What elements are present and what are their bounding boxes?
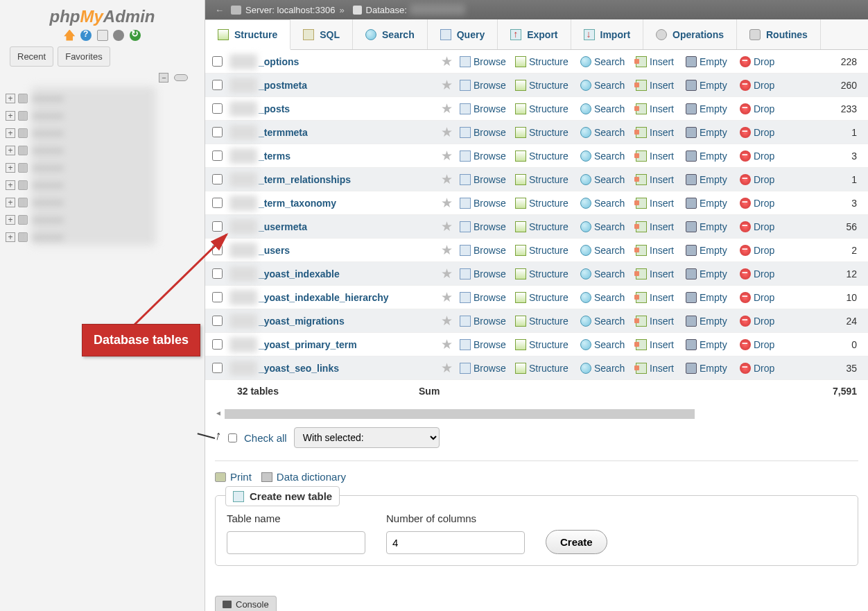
tab-query[interactable]: Query <box>428 19 498 49</box>
insert-link[interactable]: Insert <box>636 363 680 374</box>
search-link[interactable]: Search <box>580 316 630 327</box>
drop-link[interactable]: Drop <box>740 150 781 162</box>
row-checkbox[interactable] <box>212 198 223 208</box>
favorite-star-icon[interactable]: ★ <box>439 242 454 258</box>
table-name-link[interactable]: _postmeta <box>259 80 439 91</box>
browse-link[interactable]: Browse <box>460 127 510 138</box>
database-node-label[interactable]: xxxxxxx <box>32 232 199 242</box>
favorite-star-icon[interactable]: ★ <box>439 101 454 117</box>
favorite-star-icon[interactable]: ★ <box>439 77 454 93</box>
favorite-star-icon[interactable]: ★ <box>439 124 454 140</box>
empty-link[interactable]: Empty <box>686 80 734 91</box>
browse-link[interactable]: Browse <box>460 221 510 232</box>
row-checkbox[interactable] <box>212 80 223 90</box>
row-checkbox[interactable] <box>212 56 223 67</box>
favorite-star-icon[interactable]: ★ <box>439 289 454 305</box>
favorite-star-icon[interactable]: ★ <box>439 336 454 352</box>
database-node-label[interactable]: xxxxxxx <box>32 145 199 155</box>
search-link[interactable]: Search <box>580 150 630 162</box>
structure-link[interactable]: Structure <box>515 103 575 114</box>
table-name-link[interactable]: _termmeta <box>259 127 439 138</box>
num-columns-input[interactable] <box>386 531 525 554</box>
structure-link[interactable]: Structure <box>515 339 575 350</box>
table-name-link[interactable]: _term_taxonomy <box>259 198 439 209</box>
drop-link[interactable]: Drop <box>740 292 781 303</box>
table-name-link[interactable]: _yoast_primary_term <box>259 339 439 350</box>
browse-link[interactable]: Browse <box>460 150 510 162</box>
search-link[interactable]: Search <box>580 56 630 67</box>
with-selected-dropdown[interactable]: With selected: <box>294 427 440 448</box>
empty-link[interactable]: Empty <box>686 316 734 327</box>
row-checkbox[interactable] <box>212 103 223 114</box>
favorite-star-icon[interactable]: ★ <box>439 148 454 164</box>
empty-link[interactable]: Empty <box>686 339 734 350</box>
table-name-link[interactable]: _terms <box>259 150 439 162</box>
tab-search[interactable]: Search <box>353 19 428 49</box>
empty-link[interactable]: Empty <box>686 363 734 374</box>
row-checkbox[interactable] <box>212 150 223 161</box>
structure-link[interactable]: Structure <box>515 221 575 232</box>
print-link[interactable]: Print <box>215 471 252 483</box>
browse-link[interactable]: Browse <box>460 339 510 350</box>
browse-link[interactable]: Browse <box>460 198 510 209</box>
insert-link[interactable]: Insert <box>636 339 680 350</box>
database-node-label[interactable]: xxxxxxx <box>32 214 199 225</box>
tab-structure[interactable]: Structure <box>205 19 290 50</box>
horizontal-scrollbar[interactable]: ◄ <box>215 409 858 419</box>
search-link[interactable]: Search <box>580 292 630 303</box>
structure-link[interactable]: Structure <box>515 150 575 162</box>
drop-link[interactable]: Drop <box>740 198 781 209</box>
drop-link[interactable]: Drop <box>740 268 781 279</box>
database-node-label[interactable]: xxxxxxx <box>32 93 199 103</box>
expand-icon[interactable]: + <box>6 232 15 242</box>
table-name-link[interactable]: _yoast_migrations <box>259 316 439 327</box>
structure-link[interactable]: Structure <box>515 80 575 91</box>
search-link[interactable]: Search <box>580 127 630 138</box>
structure-link[interactable]: Structure <box>515 268 575 279</box>
table-name-link[interactable]: _yoast_indexable_hierarchy <box>259 292 439 303</box>
insert-link[interactable]: Insert <box>636 292 680 303</box>
structure-link[interactable]: Structure <box>515 198 575 209</box>
console-tab[interactable]: Console <box>215 596 277 611</box>
browse-link[interactable]: Browse <box>460 292 510 303</box>
drop-link[interactable]: Drop <box>740 174 781 185</box>
expand-icon[interactable]: + <box>6 94 15 103</box>
tab-import[interactable]: Import <box>571 19 644 49</box>
data-dictionary-link[interactable]: Data dictionary <box>261 471 346 483</box>
breadcrumb-server[interactable]: Server: localhost:3306 <box>245 5 335 15</box>
structure-link[interactable]: Structure <box>515 363 575 374</box>
tab-export[interactable]: Export <box>498 19 571 49</box>
browse-link[interactable]: Browse <box>460 103 510 114</box>
row-checkbox[interactable] <box>212 245 223 255</box>
insert-link[interactable]: Insert <box>636 174 680 185</box>
expand-icon[interactable]: + <box>6 163 15 173</box>
browse-link[interactable]: Browse <box>460 363 510 374</box>
expand-icon[interactable]: + <box>6 146 15 155</box>
browse-link[interactable]: Browse <box>460 245 510 256</box>
favorite-star-icon[interactable]: ★ <box>439 266 454 282</box>
search-link[interactable]: Search <box>580 339 630 350</box>
drop-link[interactable]: Drop <box>740 221 781 232</box>
favorite-star-icon[interactable]: ★ <box>439 53 454 69</box>
insert-link[interactable]: Insert <box>636 80 680 91</box>
create-button[interactable]: Create <box>546 530 607 554</box>
database-node-label[interactable]: xxxxxxx <box>32 180 199 190</box>
table-name-link[interactable]: _usermeta <box>259 221 439 232</box>
empty-link[interactable]: Empty <box>686 292 734 303</box>
database-node-label[interactable]: xxxxxxx <box>32 128 199 138</box>
structure-link[interactable]: Structure <box>515 56 575 67</box>
structure-link[interactable]: Structure <box>515 245 575 256</box>
drop-link[interactable]: Drop <box>740 245 781 256</box>
structure-link[interactable]: Structure <box>515 127 575 138</box>
expand-icon[interactable]: + <box>6 128 15 138</box>
insert-link[interactable]: Insert <box>636 316 680 327</box>
link-icon[interactable] <box>174 74 188 81</box>
browse-link[interactable]: Browse <box>460 316 510 327</box>
browse-link[interactable]: Browse <box>460 80 510 91</box>
empty-link[interactable]: Empty <box>686 221 734 232</box>
search-link[interactable]: Search <box>580 221 630 232</box>
scroll-left-icon[interactable]: ◄ <box>215 409 222 417</box>
row-checkbox[interactable] <box>212 268 223 279</box>
help-icon[interactable] <box>80 30 92 41</box>
search-link[interactable]: Search <box>580 268 630 279</box>
